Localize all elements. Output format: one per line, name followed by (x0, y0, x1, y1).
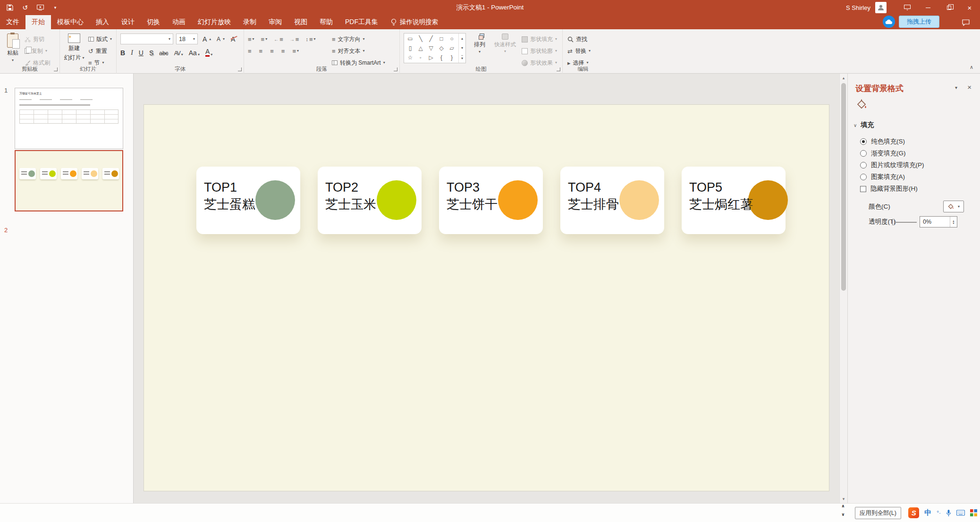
new-slide-button[interactable]: 新建 幻灯片▾ (64, 32, 84, 65)
reset-button[interactable]: ↺ 重置 (88, 46, 107, 56)
tab-transitions[interactable]: 切换 (141, 15, 166, 29)
shrink-font-button[interactable]: A▾ (217, 34, 225, 44)
pane-options-icon[interactable]: ▾ (955, 85, 957, 90)
columns-button[interactable]: ≡▾ (292, 48, 299, 55)
customize-quick-access-icon[interactable]: ▾ (51, 3, 59, 12)
maximize-button[interactable] (938, 0, 959, 15)
gallery-up-icon[interactable]: ▴ (461, 36, 463, 41)
align-center-button[interactable]: ≡ (259, 48, 263, 55)
toolbox-icon[interactable] (970, 509, 977, 516)
slide-thumbnail-1[interactable]: 万物皆可加点芝士 (15, 88, 123, 149)
shape-icon[interactable]: ╲ (415, 34, 426, 43)
slide-editing-area[interactable]: TOP1芝士蛋糕 TOP2芝士玉米 TOP3芝士饼干 TOP4芝士排骨 TOP5… (134, 74, 839, 503)
font-size-combo[interactable]: 18 ▾ (176, 34, 198, 44)
transparency-input[interactable]: 0% ▴ ▾ (920, 216, 957, 227)
bold-button[interactable]: B (120, 49, 125, 57)
card-circle[interactable] (748, 180, 788, 220)
dialog-launcher-icon[interactable] (394, 67, 397, 71)
copy-button[interactable]: 复制 ▾ (25, 46, 47, 56)
hide-background-option[interactable]: 隐藏背景图形(H) (860, 184, 918, 194)
ribbon-display-options-icon[interactable] (897, 0, 918, 15)
tab-file[interactable]: 文件 (0, 15, 25, 29)
bullets-button[interactable]: ≡▾ (248, 36, 254, 43)
quick-styles-button[interactable]: 快速样式 ▾ (492, 32, 518, 65)
shape-icon[interactable]: ▭ (405, 34, 415, 43)
underline-button[interactable]: U (139, 49, 144, 57)
justify-button[interactable]: ≡ (281, 48, 285, 55)
shape-icon[interactable]: ○ (447, 34, 457, 43)
transparency-slider[interactable] (893, 222, 917, 223)
slider-thumb[interactable] (892, 219, 895, 225)
card-circle[interactable] (619, 180, 659, 220)
slide-card-top5[interactable]: TOP5芝士焗红薯 (682, 167, 786, 234)
tab-pdf-tools[interactable]: PDF工具集 (339, 15, 384, 29)
shape-icon[interactable]: ╱ (426, 34, 436, 43)
spin-down-icon[interactable]: ▾ (953, 222, 954, 224)
account-name[interactable]: S Shirley (846, 4, 870, 11)
strikethrough-button[interactable]: abc (159, 50, 168, 57)
replace-button[interactable]: ⇄ 替换 ▾ (567, 46, 591, 56)
pattern-fill-option[interactable]: 图案填充(A) (860, 172, 905, 182)
font-name-combo[interactable]: ▾ (120, 34, 173, 44)
paste-button[interactable]: 粘贴 ▾ (4, 32, 22, 65)
numbering-button[interactable]: ≡▾ (261, 36, 268, 43)
fill-bucket-icon[interactable] (853, 97, 870, 112)
text-shadow-button[interactable]: S (149, 49, 153, 57)
previous-slide-button[interactable]: ∧ (838, 505, 848, 512)
text-direction-button[interactable]: ≡ 文字方向 ▾ (332, 34, 365, 44)
italic-button[interactable]: I (131, 49, 133, 57)
chinese-mode-icon[interactable]: 中 (924, 508, 931, 517)
microphone-icon[interactable] (946, 509, 951, 517)
align-text-button[interactable]: ≡ 对齐文本 ▾ (332, 46, 365, 56)
save-icon[interactable] (6, 3, 14, 12)
fill-section-header[interactable]: ∨ 填充 (853, 121, 874, 129)
tab-slideshow[interactable]: 幻灯片放映 (192, 15, 237, 29)
pane-close-button[interactable]: × (967, 83, 972, 91)
tab-home[interactable]: 开始 (25, 15, 51, 29)
fill-color-button[interactable]: ▾ (943, 201, 964, 212)
drag-upload-button[interactable]: 拖拽上传 (899, 16, 939, 28)
tab-view[interactable]: 视图 (288, 15, 313, 29)
shape-icon[interactable]: ◇ (436, 44, 447, 53)
shape-icon[interactable]: { (436, 53, 447, 62)
minimize-button[interactable] (918, 0, 938, 15)
tell-me-search[interactable]: 操作说明搜索 (384, 15, 445, 29)
apply-to-all-button[interactable]: 应用到全部(L) (855, 507, 901, 519)
grow-font-button[interactable]: A▴ (203, 34, 211, 44)
shape-icon[interactable]: ▱ (447, 44, 457, 53)
punctuation-icon[interactable]: °· (937, 510, 941, 516)
collapse-ribbon-icon[interactable]: ∧ (970, 64, 973, 70)
slide-canvas[interactable]: TOP1芝士蛋糕 TOP2芝士玉米 TOP3芝士饼干 TOP4芝士排骨 TOP5… (144, 105, 829, 491)
sogou-logo-icon[interactable]: S (908, 507, 919, 518)
avatar[interactable] (875, 2, 887, 13)
arrange-button[interactable]: 排列 ▾ (471, 32, 489, 65)
increase-indent-button[interactable]: →≡ (290, 36, 299, 43)
card-circle[interactable] (498, 180, 538, 220)
slide-card-top2[interactable]: TOP2芝士玉米 (318, 167, 422, 234)
decrease-indent-button[interactable]: ←≡ (274, 36, 283, 43)
slide-card-top1[interactable]: TOP1芝士蛋糕 (196, 167, 300, 234)
keyboard-icon[interactable] (956, 510, 965, 516)
card-circle[interactable] (377, 180, 416, 220)
shape-icon[interactable]: ▯ (405, 44, 415, 53)
start-slideshow-icon[interactable] (36, 3, 44, 12)
tab-insert[interactable]: 插入 (90, 15, 115, 29)
line-spacing-button[interactable]: ↕≡▾ (305, 36, 315, 43)
comment-icon[interactable] (960, 17, 972, 28)
slide-card-top3[interactable]: TOP3芝士饼干 (439, 167, 543, 234)
cut-button[interactable]: 剪切 (25, 34, 44, 44)
align-right-button[interactable]: ≡ (270, 48, 274, 55)
close-button[interactable]: × (959, 0, 980, 15)
next-slide-button[interactable]: ∨ (838, 513, 848, 521)
scrollbar-thumb[interactable] (841, 83, 846, 291)
tab-design[interactable]: 设计 (115, 15, 141, 29)
tab-help[interactable]: 帮助 (313, 15, 339, 29)
shape-outline-button[interactable]: 形状轮廓 ▾ (522, 46, 557, 56)
slide-card-top4[interactable]: TOP4芝士排骨 (560, 167, 664, 234)
card-circle[interactable] (255, 180, 295, 220)
shape-icon[interactable]: ◦ (415, 53, 426, 62)
find-button[interactable]: 查找 (567, 34, 587, 44)
dialog-launcher-icon[interactable] (238, 67, 242, 71)
layout-button[interactable]: 版式 ▾ (88, 34, 112, 44)
tab-record[interactable]: 录制 (237, 15, 262, 29)
